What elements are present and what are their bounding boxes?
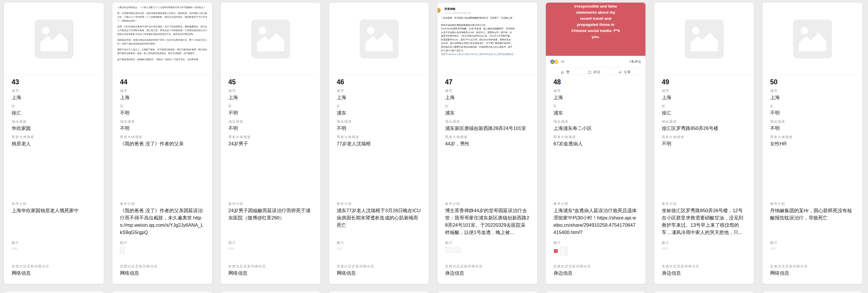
field-label-address: 地址描述 (228, 119, 313, 123)
social-post-screenshot: irresponsible and falsestatements about … (546, 3, 646, 75)
field-value-source: 网络信息 (120, 269, 205, 277)
thumbnail-placeholder-pill (337, 247, 342, 250)
attachment-thumbnails (11, 246, 96, 261)
image-placeholder-icon (251, 20, 290, 58)
record-card-partial[interactable] (762, 291, 863, 293)
field-label-city: 城市 (445, 89, 530, 93)
weibo-timestamp: 4-2 02:31 来自 iPhone客户端 (444, 11, 537, 14)
field-value-city: 上海 (662, 94, 746, 101)
weibo-mentions-line[interactable]: 海发布 @News上海 @上海12345 @上海市市民信箱 @上海市志愿者协会 (441, 53, 537, 56)
field-label-event: 事件介绍 (11, 202, 96, 206)
post-text-line: recent travel and (546, 16, 646, 22)
record-card-46[interactable]: 👍 😮 46 城市 上海 区 浦东 地址描述 不明 死者大体描述 77岁老人沈瑞… (329, 2, 429, 284)
record-card-43[interactable]: 👍 😮 43 城市 上海 区 徐汇 地址描述 华欣家园 死者大体描述 独居老人 … (4, 2, 104, 284)
field-label-district: 区 (445, 104, 530, 108)
thumbnail-document[interactable] (120, 246, 125, 254)
attachment-thumbnails (120, 246, 205, 261)
weibo-avatar (437, 8, 441, 13)
post-action-分享[interactable]: 分享 (618, 70, 631, 75)
field-value-city: 上海 (120, 94, 205, 101)
field-label-image: 图片 (228, 241, 313, 245)
field-label-source: 直接信息还是间接信息 (11, 264, 96, 268)
field-value-event: 浦东77岁老人沈瑞根于3月28日晚在ICU病房因长期末肾透析造成的心肌衰竭而死亡 (337, 207, 421, 238)
record-number: 46 (337, 78, 421, 86)
screenshot-paragraph: 妈妈四处求助，在我们物业及居委的帮助下得到一张非常宝贵的通行证，整个小区就只有三… (117, 38, 207, 46)
thumbnail-placeholder-pill (770, 247, 776, 250)
field-label-event: 事件介绍 (553, 202, 638, 206)
field-label-district: 区 (337, 104, 421, 108)
field-value-source: 身边信息 (445, 269, 530, 277)
field-value-event: 博主茶香禅静44岁的堂哥因延误治疗去世：我哥哥家住浦东新区唐镇创新西路28弄24… (445, 207, 530, 238)
field-value-district: 不明 (120, 109, 205, 117)
record-card-partial[interactable] (112, 291, 212, 293)
record-card-48[interactable]: irresponsible and falsestatements about … (546, 2, 646, 284)
record-card-partial[interactable] (220, 291, 321, 293)
record-card-49[interactable]: 👍 😮 49 城市 上海 区 徐汇 地址描述 徐汇区罗秀路850弄26号楼 死者… (654, 2, 754, 284)
field-label-event: 事件介绍 (228, 202, 313, 206)
post-action-bar: 赞评论分享 (546, 68, 646, 75)
field-label-city: 城市 (228, 89, 313, 93)
post-text-line: you. (546, 34, 646, 40)
record-number: 45 (228, 78, 313, 86)
record-number: 49 (662, 78, 746, 86)
field-value-deceased: 77岁老人沈瑞根 (337, 140, 421, 199)
field-label-deceased: 死者大体描述 (120, 135, 205, 139)
field-label-event: 事件介绍 (770, 202, 855, 206)
field-value-address: 不明 (770, 125, 855, 132)
field-value-district: 浦东 (337, 109, 421, 117)
field-value-district: 浦东 (553, 109, 638, 117)
field-label-image: 图片 (553, 241, 638, 245)
record-number: 47 (445, 78, 530, 86)
record-card-partial[interactable] (654, 291, 754, 293)
field-label-district: 区 (770, 104, 855, 108)
record-card-partial[interactable] (546, 291, 646, 293)
field-value-district: 浦东 (445, 109, 530, 117)
record-card-45[interactable]: 👍 😮 45 城市 上海 区 不明 地址描述 不明 死者大体描述 24岁男子 事… (220, 2, 321, 284)
thumbnail-weibo-screenshot[interactable] (445, 246, 461, 253)
field-label-address: 地址描述 (120, 119, 205, 123)
record-card-partial[interactable] (437, 291, 537, 293)
post-action-赞[interactable]: 赞 (561, 70, 570, 75)
field-label-source: 直接信息还是间接信息 (662, 264, 746, 268)
thumbnail-record-list[interactable] (564, 246, 568, 256)
image-placeholder-icon (360, 20, 399, 58)
post-action-评论[interactable]: 评论 (588, 70, 600, 75)
field-label-event: 事件介绍 (662, 202, 746, 206)
field-label-address: 地址描述 (770, 119, 855, 123)
field-label-image: 图片 (337, 241, 421, 245)
record-card-44[interactable]: 人都没有这样的机会。一个病人需要几十个人的同时帮助和关怀才有可能获得一丝的机会！… (112, 2, 212, 284)
field-label-image: 图片 (662, 241, 746, 245)
field-label-event: 事件介绍 (445, 202, 530, 206)
record-card-50[interactable]: 👍 😮 50 城市 上海 区 不明 地址描述 不明 死者大体描述 女性HR 事件… (762, 2, 863, 284)
image-placeholder-icon (685, 20, 724, 58)
weibo-text-line: 复是等待领导批示。3月30日因为病情引起心衰，4月1日上午呼吸不畅， (441, 34, 537, 38)
image-placeholder (221, 3, 320, 75)
card-cover-image: 茶香禅静 4-2 02:31 来自 iPhone客户端 一名志愿者，昨日我投入路… (437, 3, 537, 75)
field-label-city: 城市 (662, 89, 746, 93)
record-card-partial[interactable] (329, 291, 429, 293)
weibo-text-line: 恳求相关部门能帮忙处理好后续问题，并做好两位老人的心理疏导，给予 (441, 45, 537, 49)
record-card-grid: 👍 😮 43 城市 上海 区 徐汇 地址描述 华欣家园 死者大体描述 独居老人 … (0, 0, 868, 284)
image-placeholder-icon (793, 20, 832, 58)
attachment-thumbnails (337, 246, 421, 261)
field-value-city: 上海 (228, 94, 313, 101)
field-value-city: 上海 (553, 94, 638, 101)
screenshot-paragraph: 放下我送来的物资，妈妈喊“赶我回去”：快回去！快回去！外面不安全，你别再有事 (117, 58, 207, 61)
field-value-city: 上海 (770, 94, 855, 101)
record-card-47[interactable]: 茶香禅静 4-2 02:31 来自 iPhone客户端 一名志愿者，昨日我投入路… (437, 2, 537, 284)
field-value-deceased: 44岁，男性 (445, 140, 530, 199)
field-label-district: 区 (120, 104, 205, 108)
reaction-count: 19 (561, 60, 564, 63)
card-cover-image: 人都没有这样的机会。一个病人需要几十个人的同时帮助和关怀才有可能获得一丝的机会！… (113, 3, 212, 75)
field-value-event: 上海浦东*血透病人延误治疗致死且遗体滞留家中约30小时！https://shar… (553, 207, 638, 238)
field-label-deceased: 死者大体描述 (445, 135, 530, 139)
thumbnail-red-post[interactable] (553, 246, 558, 256)
field-value-city: 上海 (337, 94, 421, 101)
post-text-line: irresponsible and false (546, 3, 646, 9)
field-label-city: 城市 (120, 89, 205, 93)
thumbnail-chat-strip[interactable] (560, 246, 562, 256)
record-card-partial[interactable] (4, 291, 104, 293)
image-placeholder-icon (35, 20, 73, 58)
field-label-district: 区 (228, 104, 313, 108)
field-label-address: 地址描述 (553, 119, 638, 123)
